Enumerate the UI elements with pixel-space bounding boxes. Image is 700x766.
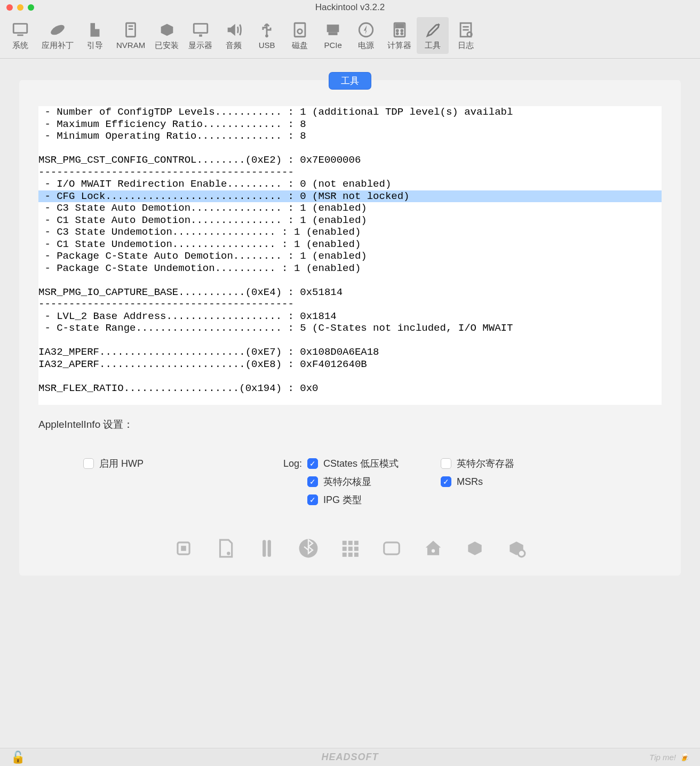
svg-point-42 bbox=[432, 549, 435, 553]
display-icon bbox=[191, 20, 210, 39]
svg-rect-25 bbox=[181, 546, 186, 551]
disk-icon bbox=[290, 20, 309, 39]
toolbar-nvram[interactable]: NVRAM bbox=[112, 17, 149, 54]
svg-rect-27 bbox=[262, 540, 266, 557]
settings-title: AppleIntelInfo 设置： bbox=[38, 418, 662, 432]
svg-point-19 bbox=[401, 33, 403, 35]
svg-rect-28 bbox=[268, 540, 271, 557]
console-line: - C3 State Auto Demotion............... … bbox=[38, 202, 367, 214]
svg-rect-37 bbox=[348, 553, 353, 557]
toolbar-power[interactable]: 电源 bbox=[350, 17, 382, 54]
svg-rect-6 bbox=[194, 24, 208, 33]
sdcard-icon[interactable] bbox=[214, 537, 236, 560]
package-gear-icon[interactable] bbox=[505, 537, 528, 560]
patch-icon bbox=[48, 20, 67, 39]
svg-point-18 bbox=[396, 33, 398, 35]
svg-rect-12 bbox=[329, 32, 338, 35]
log-label: Log: bbox=[243, 458, 307, 469]
toolbar-pcie[interactable]: PCIe bbox=[317, 17, 349, 54]
grid-icon[interactable] bbox=[339, 537, 361, 560]
intel-igpu-label: 英特尔核显 bbox=[323, 475, 371, 488]
tools-icon bbox=[423, 20, 442, 39]
console-line: - LVL_2 Base Address................... … bbox=[38, 310, 337, 322]
minimize-window-button[interactable] bbox=[17, 4, 23, 11]
home-icon[interactable] bbox=[422, 537, 444, 560]
svg-rect-39 bbox=[384, 542, 400, 554]
console-line: - Minimum Operating Ratio.............. … bbox=[38, 130, 306, 142]
console-line: - C-state Range........................ … bbox=[38, 322, 513, 334]
toolbar-label: PCIe bbox=[324, 41, 341, 50]
svg-rect-36 bbox=[343, 553, 347, 557]
console-line: - C3 State Undemotion................. :… bbox=[38, 226, 361, 238]
toolbar-installed[interactable]: 已安装 bbox=[150, 17, 183, 54]
svg-point-26 bbox=[227, 552, 230, 555]
console-line: - Maximum Efficiency Ratio............. … bbox=[38, 118, 306, 130]
intel-regs-label: 英特尔寄存器 bbox=[457, 457, 514, 470]
lock-icon[interactable]: 🔓 bbox=[11, 751, 25, 764]
console-line: - C1 State Undemotion................. :… bbox=[38, 238, 361, 250]
console-line: - Number of ConfigTDP Levels........... … bbox=[38, 106, 513, 118]
toolbar-tools[interactable]: 工具 bbox=[417, 17, 449, 54]
fullscreen-window-button[interactable] bbox=[28, 4, 34, 11]
toolbar-patch[interactable]: 应用补丁 bbox=[37, 17, 78, 54]
svg-rect-30 bbox=[343, 541, 347, 545]
console-output[interactable]: - Number of ConfigTDP Levels........... … bbox=[38, 106, 662, 405]
svg-rect-15 bbox=[396, 25, 403, 28]
console-line: - Package C-State Undemotion.......... :… bbox=[38, 262, 361, 274]
nvram-icon bbox=[121, 20, 140, 39]
toolbar-label: 计算器 bbox=[387, 41, 411, 51]
toolbar-boot[interactable]: 引导 bbox=[79, 17, 111, 54]
svg-point-10 bbox=[298, 29, 303, 34]
window-title: Hackintool v3.2.2 bbox=[315, 2, 385, 13]
tab-tools[interactable]: 工具 bbox=[329, 73, 371, 89]
toolbar-label: 电源 bbox=[358, 41, 374, 51]
pcie-icon bbox=[323, 20, 343, 39]
toolbar-label: 系统 bbox=[12, 41, 28, 51]
toolbar-usb[interactable]: USB bbox=[251, 17, 283, 54]
svg-point-23 bbox=[467, 32, 472, 37]
close-window-button[interactable] bbox=[6, 4, 13, 11]
tool-icons-row bbox=[19, 537, 681, 560]
toolbar-label: 应用补丁 bbox=[42, 41, 74, 51]
enable-hwp-checkbox[interactable]: 启用 HWP bbox=[83, 457, 243, 470]
svg-rect-11 bbox=[327, 25, 339, 32]
toolbar-label: NVRAM bbox=[116, 41, 145, 50]
system-icon bbox=[11, 20, 30, 39]
tip-me-link[interactable]: Tip me! 🍺 bbox=[649, 753, 689, 762]
toolbar-label: 显示器 bbox=[188, 41, 212, 51]
intel-regs-checkbox[interactable]: 英特尔寄存器 bbox=[441, 457, 574, 470]
toolbar-label: 引导 bbox=[87, 41, 103, 51]
console-line: - Package C-State Auto Demotion........ … bbox=[38, 250, 367, 262]
cstates-checkbox[interactable]: ✓ CStates 低压模式 bbox=[307, 457, 441, 470]
svg-rect-0 bbox=[13, 24, 27, 33]
console-line: MSR_PMG_IO_CAPTURE_BASE...........(0xE4)… bbox=[38, 286, 343, 298]
boot-icon bbox=[85, 20, 105, 39]
console-line: - C1 State Auto Demotion............... … bbox=[38, 214, 367, 226]
tools-panel: 工具 - Number of ConfigTDP Levels.........… bbox=[19, 80, 681, 576]
keyboard-icon[interactable] bbox=[380, 537, 403, 560]
installed-icon bbox=[157, 20, 177, 39]
toolbar-log[interactable]: 日志 bbox=[450, 17, 482, 54]
bluetooth-icon[interactable] bbox=[297, 537, 320, 560]
toolbar-audio[interactable]: 音频 bbox=[218, 17, 250, 54]
usb-icon bbox=[257, 20, 276, 39]
toolbar-system[interactable]: 系统 bbox=[4, 17, 36, 54]
svg-rect-7 bbox=[199, 35, 202, 37]
console-line: MSR_PMG_CST_CONFIG_CONTROL........(0xE2)… bbox=[38, 154, 361, 166]
ipg-checkbox[interactable]: ✓ IPG 类型 bbox=[307, 493, 441, 506]
msrs-checkbox[interactable]: ✓ MSRs bbox=[441, 476, 574, 488]
cpu-icon[interactable] bbox=[172, 537, 195, 560]
package-icon[interactable] bbox=[464, 537, 486, 560]
svg-rect-38 bbox=[354, 553, 359, 557]
cables-icon[interactable] bbox=[256, 537, 278, 560]
cstates-label: CStates 低压模式 bbox=[323, 457, 399, 470]
power-icon bbox=[356, 20, 376, 39]
log-icon bbox=[456, 20, 475, 39]
toolbar-calc[interactable]: 计算器 bbox=[383, 17, 416, 54]
toolbar-display[interactable]: 显示器 bbox=[184, 17, 217, 54]
console-line: IA32_MPERF........................(0xE7)… bbox=[38, 346, 379, 358]
intel-igpu-checkbox[interactable]: ✓ 英特尔核显 bbox=[307, 475, 441, 488]
console-line: ----------------------------------------… bbox=[38, 298, 294, 310]
svg-point-17 bbox=[401, 30, 403, 31]
toolbar-disk[interactable]: 磁盘 bbox=[284, 17, 316, 54]
